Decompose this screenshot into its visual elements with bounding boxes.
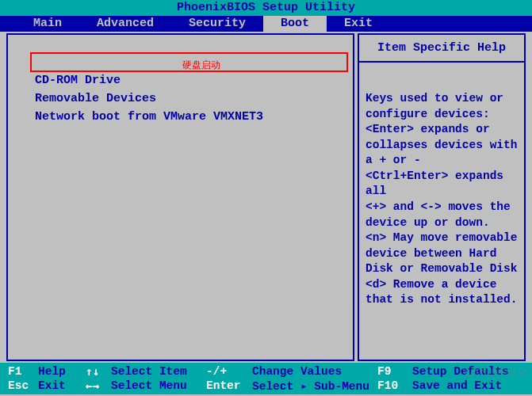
boot-item-cdrom[interactable]: CD-ROM Drive	[32, 72, 346, 89]
label-change-values: Change Values	[252, 365, 377, 378]
menu-boot[interactable]: Boot	[263, 16, 327, 32]
help-body: Keys used to view or configure devices:<…	[359, 63, 524, 314]
updown-arrow-icon: ↑↓	[86, 365, 99, 378]
menu-exit[interactable]: Exit	[327, 16, 390, 32]
watermark: CSDN @Garg_yz	[465, 368, 527, 377]
menu-bar: Main Advanced Security Boot Exit	[0, 16, 532, 32]
annotation-label: 硬盘启动	[182, 59, 220, 72]
footer-row-2: Esc Exit ←→ Select Menu Enter Select ▸ S…	[8, 379, 524, 393]
app-title: PhoenixBIOS Setup Utility	[177, 1, 355, 14]
key-f1: F1	[8, 365, 21, 378]
label-help: Help	[38, 365, 86, 378]
help-title: Item Specific Help	[359, 35, 524, 63]
boot-item-network[interactable]: Network boot from VMware VMXNET3	[32, 109, 346, 125]
label-select-submenu: Select ▸ Sub-Menu	[252, 379, 377, 393]
footer-row-1: F1 Help ↑↓ Select Item -/+ Change Values…	[8, 364, 524, 379]
menu-advanced[interactable]: Advanced	[79, 16, 171, 32]
content-area: 硬盘启动 +Hard Drive CD-ROM Drive Removable …	[0, 32, 532, 363]
label-exit: Exit	[38, 379, 86, 392]
key-esc: Esc	[8, 379, 29, 392]
menu-security[interactable]: Security	[171, 16, 263, 32]
footer-keys: F1 Help ↑↓ Select Item -/+ Change Values…	[0, 363, 532, 394]
label-save-exit: Save and Exit	[412, 379, 502, 392]
key-f10: F10	[377, 379, 398, 392]
key-enter: Enter	[206, 379, 241, 392]
boot-order-panel: 硬盘启动 +Hard Drive CD-ROM Drive Removable …	[6, 33, 354, 361]
help-panel: Item Specific Help Keys used to view or …	[358, 33, 526, 361]
menu-main[interactable]: Main	[16, 16, 79, 32]
key-minus-plus: -/+	[206, 365, 227, 378]
key-f9: F9	[377, 365, 391, 378]
label-select-item: Select Item	[111, 365, 206, 378]
boot-item-removable[interactable]: Removable Devices	[32, 90, 346, 107]
leftright-arrow-icon: ←→	[86, 379, 99, 392]
label-select-menu: Select Menu	[111, 379, 206, 392]
title-bar: PhoenixBIOS Setup Utility	[0, 0, 532, 16]
